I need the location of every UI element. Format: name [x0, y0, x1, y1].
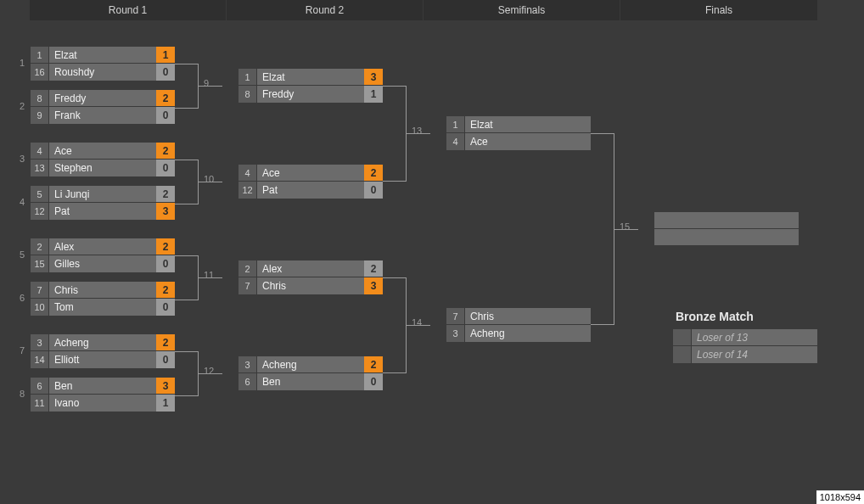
match-number: 8	[13, 389, 25, 399]
seed-cell: 6	[31, 378, 49, 394]
score-cell: 2	[364, 165, 383, 181]
player-name: Ben	[257, 373, 364, 390]
seed-cell: 1	[446, 116, 465, 132]
player-name: Elliott	[49, 351, 156, 368]
seed-cell: 14	[31, 351, 49, 368]
player-name: Freddy	[49, 90, 156, 106]
score-cell: 1	[156, 47, 175, 63]
seed-cell: 7	[238, 277, 257, 294]
seed-cell: 4	[31, 143, 49, 159]
seed-cell	[673, 346, 692, 363]
score-cell: 3	[156, 378, 175, 394]
connector	[175, 160, 199, 204]
match-number: 4	[13, 197, 25, 207]
match-number: 5	[13, 249, 25, 260]
player-name: Chris	[49, 282, 156, 298]
match-box[interactable]: 7Chris 3Acheng	[446, 308, 591, 342]
seed-cell: 3	[238, 356, 257, 372]
seed-cell: 1	[31, 47, 49, 63]
player-name: Acheng	[257, 356, 364, 372]
match-number: 10	[204, 174, 219, 184]
connector	[175, 351, 199, 396]
round-header: Round 2	[227, 0, 424, 20]
player-name: Tom	[49, 299, 156, 316]
score-cell: 0	[156, 64, 175, 81]
match-number: 13	[412, 126, 427, 136]
score-cell: 0	[156, 255, 175, 272]
round-headers: Round 1 Round 2 Semifinals Finals	[0, 0, 864, 20]
match-box[interactable]: 2Alex2 15Gilles0	[31, 238, 175, 272]
match-box[interactable]: 2Alex2 7Chris3	[238, 260, 383, 294]
score-cell: 2	[156, 238, 175, 255]
seed-cell: 3	[446, 325, 465, 342]
match-number: 6	[13, 293, 25, 303]
match-box[interactable]: 1Elzat 4Ace	[446, 116, 591, 150]
finals-slot-empty	[654, 212, 799, 229]
player-name: Li Junqi	[49, 186, 156, 202]
player-name: Stephen	[49, 160, 156, 176]
player-name: Acheng	[49, 334, 156, 350]
round-header: Semifinals	[424, 0, 620, 20]
score-cell: 0	[364, 182, 383, 199]
score-cell: 2	[156, 186, 175, 202]
player-name: Elzat	[49, 47, 156, 63]
match-box[interactable]: 8Freddy2 9Frank0	[31, 90, 175, 124]
bracket-container: Round 1 Round 2 Semifinals Finals 1 2 3 …	[0, 0, 864, 504]
player-name: Ivano	[49, 395, 156, 412]
connector	[175, 64, 199, 109]
seed-cell: 11	[31, 395, 49, 412]
player-name: Loser of 14	[692, 346, 817, 363]
seed-cell: 12	[238, 182, 257, 199]
player-name: Pat	[257, 182, 364, 199]
match-box[interactable]	[654, 212, 799, 246]
connector	[175, 255, 199, 300]
player-name: Loser of 13	[692, 329, 817, 345]
bronze-title: Bronze Match	[676, 310, 754, 323]
score-cell: 0	[364, 373, 383, 390]
player-name: Elzat	[465, 116, 591, 132]
seed-cell: 8	[31, 90, 49, 106]
round-header: Finals	[620, 0, 817, 20]
seed-cell: 15	[31, 255, 49, 272]
match-number: 15	[620, 221, 635, 232]
score-cell: 1	[364, 86, 383, 103]
connector	[383, 277, 407, 373]
score-cell: 3	[364, 277, 383, 294]
player-name: Roushdy	[49, 64, 156, 81]
match-number: 2	[13, 101, 25, 111]
seed-cell: 7	[31, 282, 49, 298]
bronze-match-box[interactable]: Loser of 13 Loser of 14	[673, 329, 817, 363]
seed-cell: 9	[31, 107, 49, 124]
match-box[interactable]: 7Chris2 10Tom0	[31, 282, 175, 316]
seed-cell: 13	[31, 160, 49, 176]
match-number: 3	[13, 154, 25, 164]
seed-cell: 12	[31, 203, 49, 220]
player-name: Freddy	[257, 86, 364, 103]
seed-cell: 2	[238, 260, 257, 277]
seed-cell: 4	[446, 133, 465, 150]
seed-cell: 7	[446, 308, 465, 324]
match-box[interactable]: 5Li Junqi2 12Pat3	[31, 186, 175, 220]
match-box[interactable]: 3Acheng2 14Elliott0	[31, 334, 175, 368]
score-cell: 0	[156, 107, 175, 124]
round-header: Round 1	[30, 0, 227, 20]
seed-cell: 10	[31, 299, 49, 316]
seed-cell	[673, 329, 692, 345]
seed-cell: 16	[31, 64, 49, 81]
match-box[interactable]: 6Ben3 11Ivano1	[31, 378, 175, 412]
match-box[interactable]: 1Elzat1 16Roushdy0	[31, 47, 175, 81]
score-cell: 2	[156, 90, 175, 106]
match-number: 1	[13, 58, 25, 68]
match-number: 14	[412, 317, 427, 328]
dimension-badge: 864x504	[816, 490, 864, 504]
player-name: Ace	[49, 143, 156, 159]
player-name: Acheng	[465, 325, 591, 342]
seed-cell: 3	[31, 334, 49, 350]
match-box[interactable]: 4Ace2 12Pat0	[238, 165, 383, 199]
match-box[interactable]: 4Ace2 13Stephen0	[31, 143, 175, 176]
match-box[interactable]: 3Acheng2 6Ben0	[238, 356, 383, 390]
connector	[383, 86, 407, 182]
match-box[interactable]: 1Elzat3 8Freddy1	[238, 69, 383, 103]
player-name: Ace	[257, 165, 364, 181]
player-name: Frank	[49, 107, 156, 124]
